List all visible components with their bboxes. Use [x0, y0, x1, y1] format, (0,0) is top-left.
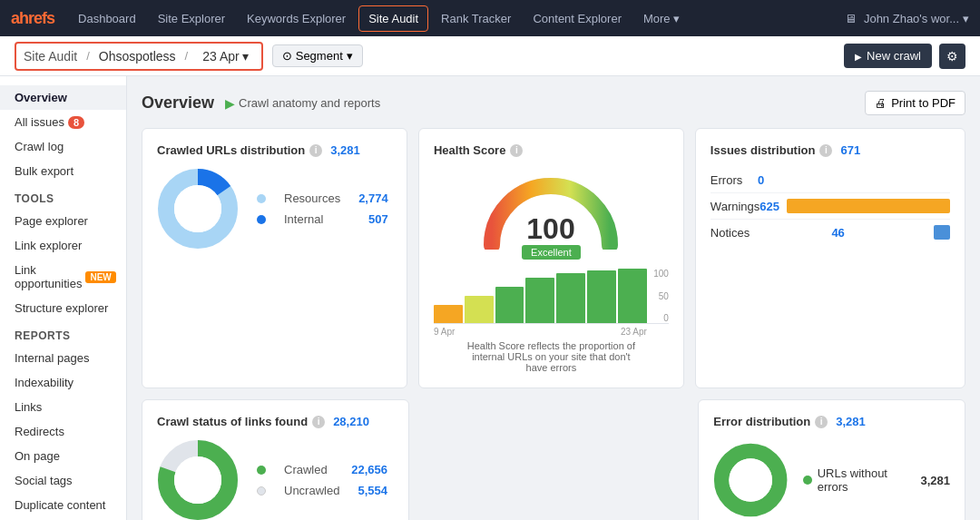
- sidebar-item-link-opportunities[interactable]: Link opportunities NEW: [0, 258, 126, 296]
- sidebar-item-links[interactable]: Links: [0, 395, 126, 419]
- user-menu[interactable]: John Zhao's wor... ▾: [864, 12, 969, 25]
- issues-rows: Errors 0 Warnings 625 Notices 46: [710, 168, 950, 245]
- play-circle-icon: ▶: [225, 96, 235, 111]
- crawled-urls-total-link[interactable]: 3,281: [330, 143, 360, 157]
- top-nav: ahrefs Dashboard Site Explorer Keywords …: [0, 0, 980, 36]
- health-info-icon[interactable]: i: [510, 144, 523, 157]
- legend-resources: Resources 2,774: [257, 191, 388, 205]
- sidebar-item-duplicate-content[interactable]: Duplicate content: [0, 493, 126, 517]
- crawl-status-legend: Crawled 22,656 Uncrawled 5,554: [257, 463, 387, 497]
- crawled-urls-card: Crawled URLs distribution i 3,281: [142, 128, 407, 388]
- health-gauge: 100: [478, 168, 623, 250]
- error-dist-info[interactable]: i: [815, 416, 828, 428]
- issues-dist-title: Issues distribution i 671: [710, 143, 950, 157]
- error-legend: URLs without errors 3,281: [803, 466, 950, 494]
- issues-distribution-card: Issues distribution i 671 Errors 0 Warni…: [695, 128, 965, 388]
- segment-button[interactable]: ⊙ Segment ▾: [272, 44, 363, 67]
- breadcrumb-bar: Site Audit / Ohsospotless / 23 Apr ▾ ⊙ S…: [0, 36, 980, 76]
- issues-row-warnings: Warnings 625: [710, 193, 950, 220]
- issues-info-icon[interactable]: i: [819, 144, 832, 157]
- health-excellent-label: Excellent: [522, 245, 581, 260]
- error-legend-no-errors: URLs without errors 3,281: [803, 466, 950, 494]
- crawl-status-info[interactable]: i: [312, 416, 325, 428]
- sidebar-item-all-issues[interactable]: All issues 8: [0, 110, 126, 134]
- crawled-urls-title: Crawled URLs distribution i 3,281: [157, 143, 392, 157]
- logo: ahrefs: [11, 9, 54, 28]
- breadcrumb-actions: New crawl ⚙: [844, 44, 965, 69]
- crawled-dot: [257, 466, 266, 475]
- print-button[interactable]: 🖨 Print to PDF: [865, 91, 965, 115]
- sidebar-item-redirects[interactable]: Redirects: [0, 419, 126, 444]
- chevron-down-icon: ▾: [673, 12, 680, 25]
- error-dist-total[interactable]: 3,281: [836, 415, 866, 428]
- gear-icon: ⚙: [946, 49, 958, 64]
- sidebar-item-page-explorer[interactable]: Page explorer: [0, 209, 126, 233]
- issues-row-notices: Notices 46: [710, 220, 950, 245]
- page-title: Overview: [142, 93, 214, 113]
- donut-container: Resources 2,774 Internal 507: [157, 168, 392, 250]
- breadcrumb-sep: /: [86, 49, 90, 63]
- sidebar-item-indexability[interactable]: Indexability: [0, 370, 126, 395]
- sidebar-item-crawl-log[interactable]: Crawl log: [0, 134, 126, 159]
- sidebar-item-on-page[interactable]: On page: [0, 444, 126, 468]
- svg-point-8: [730, 458, 773, 502]
- sidebar-item-structure-explorer[interactable]: Structure explorer: [0, 296, 126, 320]
- segment-icon: ⊙: [282, 49, 292, 63]
- crawl-status-total[interactable]: 28,210: [333, 415, 369, 428]
- sidebar-item-link-explorer[interactable]: Link explorer: [0, 233, 126, 258]
- legend-uncrawled: Uncrawled 5,554: [257, 484, 387, 497]
- nav-rank-tracker[interactable]: Rank Tracker: [432, 6, 520, 31]
- main-layout: Overview All issues 8 Crawl log Bulk exp…: [0, 76, 980, 520]
- sidebar-item-internal-pages[interactable]: Internal pages: [0, 346, 126, 370]
- nav-site-audit[interactable]: Site Audit: [358, 5, 428, 32]
- error-dist-container: URLs without errors 3,281: [713, 439, 950, 520]
- error-dist-title: Error distribution i 3,281: [713, 415, 950, 428]
- info-icon[interactable]: i: [309, 144, 322, 157]
- reports-section-title: Reports: [0, 320, 126, 346]
- crawl-status-donut-container: Crawled 22,656 Uncrawled 5,554: [157, 439, 394, 520]
- health-score-container: 100 Excellent: [434, 168, 669, 373]
- crawl-anatomy-link[interactable]: ▶ Crawl anatomy and reports: [225, 96, 380, 111]
- tools-section-title: Tools: [0, 183, 126, 209]
- main-content: Overview ▶ Crawl anatomy and reports 🖨 P…: [127, 76, 980, 520]
- issues-row-errors: Errors 0: [710, 168, 950, 193]
- warnings-bar: [787, 199, 950, 213]
- monitor-icon: 🖥: [845, 12, 857, 25]
- health-description: Health Score reflects the proportion of …: [460, 340, 642, 373]
- legend-internal: Internal 507: [257, 212, 388, 226]
- uncrawled-dot: [257, 486, 266, 495]
- sidebar-item-bulk-export[interactable]: Bulk export: [0, 159, 126, 183]
- new-crawl-button[interactable]: New crawl: [844, 44, 932, 68]
- nav-keywords-explorer[interactable]: Keywords Explorer: [238, 6, 355, 31]
- issues-badge: 8: [68, 116, 84, 129]
- svg-point-6: [174, 456, 221, 504]
- crawl-status-donut: [157, 439, 239, 520]
- breadcrumb: Site Audit / Ohsospotless / 23 Apr ▾: [15, 42, 263, 71]
- svg-text:100: 100: [527, 212, 575, 245]
- crawl-status-title: Crawl status of links found i 28,210: [157, 415, 394, 428]
- legend-crawled: Crawled 22,656: [257, 463, 387, 476]
- issues-total[interactable]: 671: [840, 143, 860, 157]
- second-cards-row: Crawl status of links found i 28,210: [142, 399, 965, 520]
- notices-bar: [934, 225, 950, 240]
- health-score-title: Health Score i: [434, 143, 669, 157]
- nav-dashboard[interactable]: Dashboard: [69, 6, 145, 31]
- top-cards-row: Crawled URLs distribution i 3,281: [142, 128, 965, 388]
- svg-point-2: [174, 185, 221, 232]
- breadcrumb-sep2: /: [185, 49, 189, 63]
- new-badge: NEW: [85, 271, 115, 283]
- breadcrumb-site-audit[interactable]: Site Audit: [24, 49, 77, 64]
- date-selector[interactable]: 23 Apr ▾: [197, 46, 253, 66]
- sidebar-item-overview[interactable]: Overview: [0, 85, 126, 110]
- nav-site-explorer[interactable]: Site Explorer: [149, 6, 234, 31]
- chevron-down-icon: ▾: [347, 49, 353, 63]
- crawled-urls-donut: [157, 168, 239, 250]
- settings-button[interactable]: ⚙: [939, 44, 965, 69]
- chevron-down-icon: ▾: [242, 49, 249, 64]
- breadcrumb-site[interactable]: Ohsospotless: [99, 49, 176, 64]
- nav-content-explorer[interactable]: Content Explorer: [524, 6, 631, 31]
- content-header: Overview ▶ Crawl anatomy and reports 🖨 P…: [142, 91, 965, 115]
- nav-more[interactable]: More ▾: [634, 6, 689, 31]
- sidebar-item-social-tags[interactable]: Social tags: [0, 468, 126, 493]
- no-errors-dot: [803, 476, 812, 485]
